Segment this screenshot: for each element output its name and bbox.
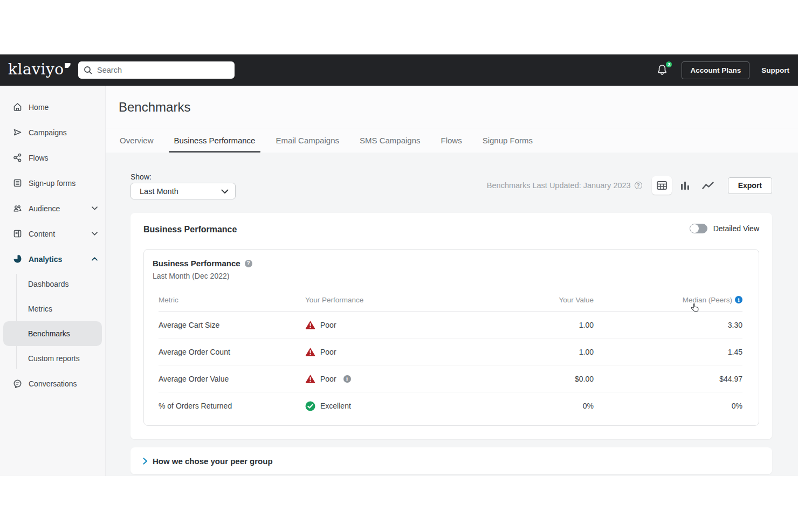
benchmark-table-card: Business Performance Last Month (Dec 202… <box>143 249 759 426</box>
panel-title: Business Performance <box>143 225 237 234</box>
metric-cell: Average Order Value <box>159 375 305 383</box>
sidebar-item-conversations[interactable]: Conversations <box>0 371 105 396</box>
campaigns-icon <box>13 128 22 137</box>
table-row: Average Order Value Poor $0.00 $44.97 <box>159 365 742 392</box>
sidebar-item-label: Sign-up forms <box>29 179 98 188</box>
column-header-your-performance: Your Performance <box>305 296 421 304</box>
sidebar-item-label: Analytics <box>29 255 92 264</box>
status-excellent-icon <box>305 401 315 411</box>
tab-bar: Overview Business Performance Email Camp… <box>119 128 552 153</box>
search-input[interactable] <box>97 66 221 74</box>
audience-icon <box>13 204 22 213</box>
column-header-metric: Metric <box>159 296 305 304</box>
info-icon[interactable] <box>343 375 351 383</box>
table-view-button[interactable] <box>652 176 672 195</box>
status-poor-icon <box>305 347 315 357</box>
signup-forms-icon <box>13 178 22 188</box>
performance-label: Excellent <box>320 402 351 410</box>
help-icon[interactable] <box>635 182 642 189</box>
metric-cell: Average Cart Size <box>159 321 305 329</box>
table-header-row: Metric Your Performance Your Value Media… <box>159 292 742 308</box>
detailed-view-label: Detailed View <box>713 224 759 233</box>
status-poor-icon <box>305 374 315 384</box>
sidebar-item-signup-forms[interactable]: Sign-up forms <box>0 170 105 196</box>
tab-sms-campaigns[interactable]: SMS Campaigns <box>359 128 422 153</box>
sidebar-item-label: Content <box>29 230 92 238</box>
tab-overview[interactable]: Overview <box>119 128 155 153</box>
tab-business-performance[interactable]: Business Performance <box>173 128 257 153</box>
metric-cell: % of Orders Returned <box>159 402 305 410</box>
sidebar: Home Campaigns Flows Sign-up forms Audie… <box>0 86 106 476</box>
chevron-up-icon <box>92 257 98 261</box>
sidebar-item-label: Campaigns <box>29 128 98 137</box>
sidebar-item-campaigns[interactable]: Campaigns <box>0 120 105 145</box>
line-chart-view-icon <box>702 182 714 189</box>
notifications-button[interactable]: 3 <box>656 63 670 77</box>
sidebar-item-content[interactable]: Content <box>0 221 105 246</box>
your-value-cell: $0.00 <box>421 375 594 383</box>
notification-badge: 3 <box>665 60 673 68</box>
table-row: Average Cart Size Poor 1.00 3.30 <box>159 312 742 338</box>
median-cell: 0% <box>594 402 742 410</box>
help-icon[interactable] <box>245 260 252 267</box>
column-header-median-peers: Median (Peers) <box>594 296 742 304</box>
search-icon <box>84 66 92 74</box>
bar-chart-view-icon <box>680 181 690 190</box>
sidebar-item-benchmarks[interactable]: Benchmarks <box>3 321 102 346</box>
your-value-cell: 1.00 <box>421 321 594 329</box>
card-title-row: Business Performance <box>153 259 252 268</box>
sidebar-item-label: Audience <box>29 204 92 213</box>
conversations-icon <box>13 379 22 388</box>
screenshot-canvas: klaviyo 3 Account Plans Support Home <box>0 0 798 532</box>
performance-cell: Poor <box>305 320 421 330</box>
page-header: Benchmarks Overview Business Performance… <box>106 86 798 153</box>
metric-cell: Average Order Count <box>159 348 305 356</box>
toggle-knob-icon <box>690 224 699 233</box>
export-button[interactable]: Export <box>728 177 772 194</box>
card-subtitle: Last Month (Dec 2022) <box>153 272 229 280</box>
sidebar-item-flows[interactable]: Flows <box>0 145 105 170</box>
table-row: Average Order Count Poor 1.00 1.45 <box>159 338 742 365</box>
analytics-subnav: Dashboards Metrics Benchmarks Custom rep… <box>0 272 105 371</box>
last-updated-text: Benchmarks Last Updated: January 2023 <box>487 181 631 190</box>
period-select[interactable]: Last Month <box>130 183 236 199</box>
account-plans-button[interactable]: Account Plans <box>682 61 749 79</box>
detailed-view-toggle[interactable]: Detailed View <box>690 224 759 233</box>
global-search[interactable] <box>78 61 235 79</box>
median-cell: 3.30 <box>594 321 742 329</box>
klaviyo-logo[interactable]: klaviyo <box>8 61 71 78</box>
performance-label: Poor <box>320 321 336 329</box>
table-view-icon <box>657 181 667 190</box>
sidebar-item-label: Flows <box>29 154 98 162</box>
chevron-down-icon <box>221 186 229 196</box>
sidebar-item-audience[interactable]: Audience <box>0 196 105 221</box>
card-title: Business Performance <box>153 259 240 268</box>
benchmark-controls: Benchmarks Last Updated: January 2023 Ex… <box>487 176 772 195</box>
tab-flows[interactable]: Flows <box>440 128 463 153</box>
median-peers-label: Median (Peers) <box>683 296 732 304</box>
support-link[interactable]: Support <box>761 66 789 74</box>
info-icon[interactable] <box>735 296 742 303</box>
sidebar-item-metrics[interactable]: Metrics <box>0 296 105 321</box>
benchmark-table: Metric Your Performance Your Value Media… <box>159 292 742 419</box>
analytics-icon <box>13 254 22 264</box>
business-performance-panel: Business Performance Detailed View Busin… <box>130 213 772 439</box>
sidebar-item-analytics[interactable]: Analytics <box>0 246 105 272</box>
home-icon <box>13 102 22 112</box>
performance-cell: Excellent <box>305 401 421 411</box>
sidebar-item-home[interactable]: Home <box>0 94 105 120</box>
performance-label: Poor <box>320 375 336 383</box>
performance-cell: Poor <box>305 347 421 357</box>
page-title: Benchmarks <box>119 100 190 115</box>
sidebar-item-label: Conversations <box>29 379 98 388</box>
tab-email-campaigns[interactable]: Email Campaigns <box>274 128 340 153</box>
sidebar-item-custom-reports[interactable]: Custom reports <box>0 346 105 371</box>
performance-label: Poor <box>320 348 336 356</box>
line-chart-view-button[interactable] <box>698 176 718 195</box>
sidebar-item-dashboards[interactable]: Dashboards <box>0 272 105 296</box>
bar-chart-view-button[interactable] <box>675 176 695 195</box>
peer-group-expander[interactable]: How we chose your peer group <box>130 447 772 474</box>
peer-group-label: How we chose your peer group <box>153 457 273 466</box>
tab-signup-forms[interactable]: Signup Forms <box>481 128 534 153</box>
view-mode-switcher <box>652 176 718 195</box>
